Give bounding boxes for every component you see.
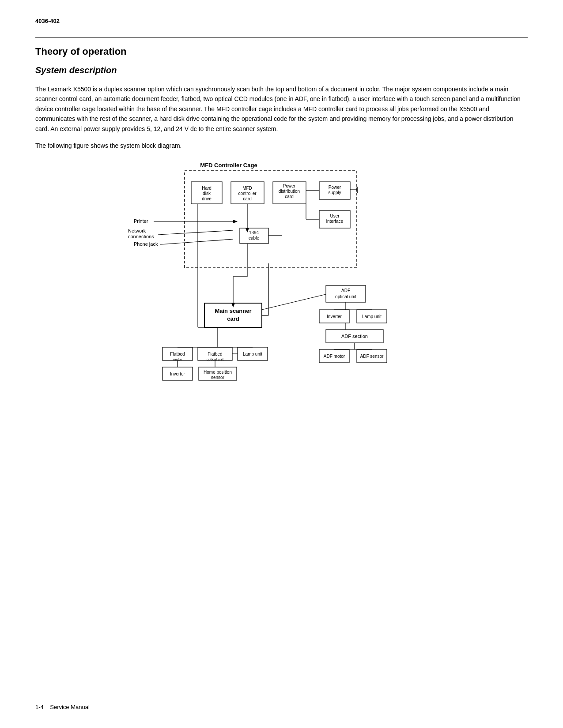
svg-text:MFD: MFD — [242, 186, 252, 191]
svg-text:Phone jack: Phone jack — [134, 241, 158, 247]
svg-text:Home position: Home position — [204, 370, 232, 375]
svg-text:MFD Controller Cage: MFD Controller Cage — [200, 162, 257, 169]
svg-text:connections: connections — [128, 234, 154, 239]
body-paragraph-2: The following figure shows the system bl… — [35, 141, 528, 150]
svg-text:Lamp unit: Lamp unit — [243, 352, 262, 356]
system-block-diagram: MFD Controller Cage Hard disk drive MFD … — [110, 158, 454, 388]
svg-text:Flatbed: Flatbed — [208, 352, 222, 356]
svg-text:card: card — [243, 196, 251, 201]
svg-text:interface: interface — [326, 219, 343, 224]
svg-text:1394: 1394 — [249, 230, 259, 235]
svg-text:drive: drive — [202, 196, 212, 201]
svg-text:controller: controller — [238, 191, 257, 196]
svg-text:optical unit: optical unit — [335, 294, 356, 299]
svg-marker-48 — [231, 303, 235, 308]
svg-marker-28 — [233, 220, 238, 223]
svg-text:ADF: ADF — [341, 288, 350, 293]
svg-text:Flatbed: Flatbed — [170, 352, 185, 356]
svg-text:Main scanner: Main scanner — [215, 308, 251, 314]
svg-text:sensor: sensor — [211, 375, 224, 380]
svg-line-31 — [158, 230, 233, 235]
svg-line-33 — [160, 239, 233, 244]
footer-manual-title: Service Manual — [50, 704, 90, 710]
section-title-main: Theory of operation — [35, 46, 528, 57]
doc-number: 4036-402 — [35, 18, 528, 24]
svg-text:cable: cable — [249, 236, 259, 240]
section-title-sub: System description — [35, 65, 528, 75]
svg-text:disk: disk — [203, 191, 211, 196]
svg-text:card: card — [285, 194, 293, 199]
svg-text:Network: Network — [128, 228, 146, 233]
svg-text:Hard: Hard — [202, 186, 212, 191]
svg-text:Inverter: Inverter — [170, 372, 185, 376]
svg-text:Printer: Printer — [134, 218, 148, 224]
svg-marker-38 — [246, 228, 249, 233]
svg-text:ADF sensor: ADF sensor — [360, 354, 383, 359]
svg-text:supply: supply — [328, 190, 341, 195]
footer-page: 1-4 — [35, 704, 44, 710]
svg-line-54 — [262, 294, 326, 310]
footer: 1-4 Service Manual — [35, 704, 90, 710]
svg-text:Power: Power — [283, 184, 295, 188]
svg-text:Inverter: Inverter — [327, 314, 342, 319]
section-divider — [35, 38, 528, 38]
svg-text:Power: Power — [328, 185, 341, 190]
svg-text:distribution: distribution — [278, 189, 299, 194]
svg-text:Lamp unit: Lamp unit — [362, 314, 382, 319]
body-paragraph-1: The Lexmark X5500 is a duplex scanner op… — [35, 84, 528, 134]
svg-text:User: User — [330, 214, 340, 218]
svg-text:card: card — [227, 315, 239, 322]
svg-text:ADF section: ADF section — [341, 334, 368, 339]
svg-text:ADF motor: ADF motor — [323, 354, 345, 359]
